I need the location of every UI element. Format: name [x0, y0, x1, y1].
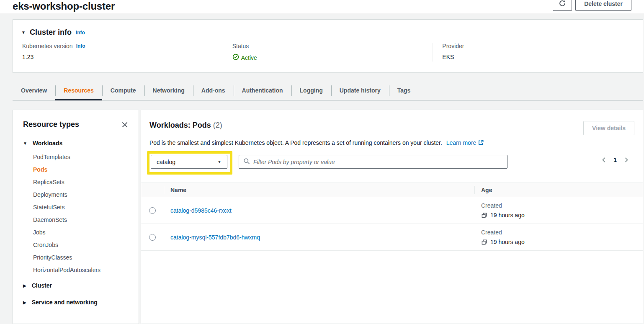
- collapse-caret-icon[interactable]: ▼: [21, 30, 26, 35]
- tab-logging[interactable]: Logging: [291, 81, 331, 100]
- status-badge: Active: [232, 54, 433, 62]
- provider-field: Provider EKS: [433, 43, 643, 62]
- sidebar-item-daemonsets[interactable]: DaemonSets: [33, 213, 129, 226]
- cluster-group-label: Cluster: [32, 282, 52, 289]
- copy-icon[interactable]: [481, 239, 487, 245]
- age-cell: Created 19 hours ago: [474, 229, 643, 245]
- table-row: catalog-d5985c46-rxcxt Created 19 hours …: [141, 197, 643, 224]
- search-icon: [243, 158, 250, 166]
- header-actions: Delete cluster: [553, 0, 631, 11]
- sidebar-group-service-networking[interactable]: ▶ Service and networking: [23, 295, 129, 310]
- kubernetes-version-field: Kubernetes version Info 1.23: [13, 43, 223, 62]
- page-title: eks-workshop-cluster: [13, 0, 115, 13]
- filter-dropdown-value: catalog: [157, 159, 175, 165]
- sidebar-item-replicasets[interactable]: ReplicaSets: [33, 176, 129, 188]
- refresh-icon: [559, 0, 566, 8]
- sidebar-item-podtemplates[interactable]: PodTemplates: [33, 151, 129, 163]
- table-row: catalog-mysql-557fdb7bd6-hwxmq Created 1…: [141, 224, 643, 251]
- page-number[interactable]: 1: [613, 157, 617, 163]
- filter-row: catalog ▼ 1: [141, 147, 643, 175]
- caret-right-icon: ▶: [23, 283, 26, 288]
- created-label: Created: [481, 229, 643, 236]
- learn-more-link[interactable]: Learn more: [446, 139, 477, 146]
- pods-panel-header: Workloads: Pods (2) View details: [141, 115, 643, 135]
- search-box[interactable]: [239, 155, 507, 169]
- refresh-button[interactable]: [553, 0, 572, 11]
- tab-authentication[interactable]: Authentication: [234, 81, 291, 100]
- sidebar-item-priorityclasses[interactable]: PriorityClasses: [33, 251, 129, 264]
- sidebar-item-pods[interactable]: Pods: [33, 163, 129, 176]
- delete-cluster-button[interactable]: Delete cluster: [575, 0, 631, 11]
- tab-resources[interactable]: Resources: [55, 81, 102, 100]
- name-column-header: Name: [164, 187, 474, 193]
- pods-description: Pod is the smallest and simplest Kuberne…: [141, 135, 643, 147]
- sidebar-group-cluster[interactable]: ▶ Cluster: [23, 278, 129, 293]
- caret-right-icon: ▶: [23, 300, 26, 305]
- provider-label: Provider: [442, 43, 643, 49]
- eks-cluster-page: eks-workshop-cluster Delete cluster ▼ Cl…: [0, 0, 644, 324]
- pod-name-link[interactable]: catalog-d5985c46-rxcxt: [170, 207, 232, 214]
- view-details-button[interactable]: View details: [583, 121, 634, 135]
- cluster-info-card: ▼ Cluster info Info Kubernetes version I…: [13, 19, 643, 73]
- kubernetes-version-info-link[interactable]: Info: [76, 43, 85, 49]
- resources-content: Resource types ▼ Workloads PodTemplates …: [13, 110, 643, 324]
- sidebar-item-jobs[interactable]: Jobs: [33, 226, 129, 239]
- page-header: eks-workshop-cluster Delete cluster: [0, 0, 644, 13]
- status-field: Status Active: [223, 43, 433, 62]
- age-column-header: Age: [474, 187, 643, 193]
- kubernetes-version-value: 1.23: [22, 54, 223, 60]
- cluster-info-columns: Kubernetes version Info 1.23 Status Acti…: [13, 42, 643, 72]
- search-input[interactable]: [253, 159, 503, 165]
- status-text: Active: [241, 54, 257, 61]
- table-header: Name Age: [141, 183, 643, 197]
- sidebar-header: Resource types: [23, 120, 129, 129]
- workloads-items: PodTemplates Pods ReplicaSets Deployment…: [23, 151, 129, 276]
- tab-add-ons[interactable]: Add-ons: [193, 81, 234, 100]
- row-radio-button[interactable]: [149, 234, 156, 241]
- sidebar-title: Resource types: [23, 120, 79, 129]
- service-networking-group-label: Service and networking: [32, 299, 98, 306]
- tab-update-history[interactable]: Update history: [331, 81, 389, 100]
- pods-table: Name Age catalog-d5985c46-rxcxt Created …: [141, 183, 643, 251]
- pods-panel: Workloads: Pods (2) View details Pod is …: [141, 110, 643, 324]
- age-value: 19 hours ago: [490, 239, 525, 245]
- status-label: Status: [232, 43, 433, 49]
- chevron-right-icon[interactable]: [623, 157, 629, 163]
- chevron-left-icon[interactable]: [601, 157, 607, 163]
- pod-name-link[interactable]: catalog-mysql-557fdb7bd6-hwxmq: [170, 234, 260, 241]
- close-icon[interactable]: [121, 121, 129, 129]
- workloads-group-label: Workloads: [33, 140, 62, 147]
- cluster-info-header[interactable]: ▼ Cluster info Info: [13, 20, 643, 42]
- filter-dropdown[interactable]: catalog ▼: [151, 155, 227, 169]
- copy-icon[interactable]: [481, 212, 487, 219]
- pods-panel-title: Workloads: Pods (2): [149, 121, 222, 130]
- sidebar-group-workloads[interactable]: ▼ Workloads: [23, 136, 129, 151]
- age-cell: Created 19 hours ago: [474, 202, 643, 219]
- pagination: 1: [601, 157, 634, 163]
- sidebar-item-horizontalpodautoscalers[interactable]: HorizontalPodAutoscalers: [33, 264, 129, 276]
- age-value: 19 hours ago: [490, 212, 525, 219]
- sidebar-item-cronjobs[interactable]: CronJobs: [33, 239, 129, 251]
- tab-overview[interactable]: Overview: [13, 81, 55, 100]
- chevron-down-icon: ▼: [217, 159, 222, 164]
- row-radio-button[interactable]: [149, 207, 156, 214]
- cluster-info-info-link[interactable]: Info: [76, 30, 85, 36]
- provider-value: EKS: [442, 54, 643, 60]
- kubernetes-version-label: Kubernetes version Info: [22, 43, 223, 49]
- created-label: Created: [481, 202, 643, 209]
- sidebar-item-deployments[interactable]: Deployments: [33, 188, 129, 201]
- check-circle-icon: [232, 54, 239, 62]
- resource-types-sidebar: Resource types ▼ Workloads PodTemplates …: [13, 110, 139, 324]
- external-link-icon: [478, 140, 484, 147]
- tab-networking[interactable]: Networking: [144, 81, 193, 100]
- annotation-highlight-box: catalog ▼: [147, 151, 232, 175]
- cluster-info-title: Cluster info: [30, 28, 72, 37]
- tab-compute[interactable]: Compute: [102, 81, 144, 100]
- sidebar-item-statefulsets[interactable]: StatefulSets: [33, 201, 129, 213]
- cluster-tabs: Overview Resources Compute Networking Ad…: [13, 81, 643, 100]
- tab-tags[interactable]: Tags: [389, 81, 419, 100]
- caret-down-icon: ▼: [23, 141, 27, 146]
- pods-count: (2): [213, 121, 222, 129]
